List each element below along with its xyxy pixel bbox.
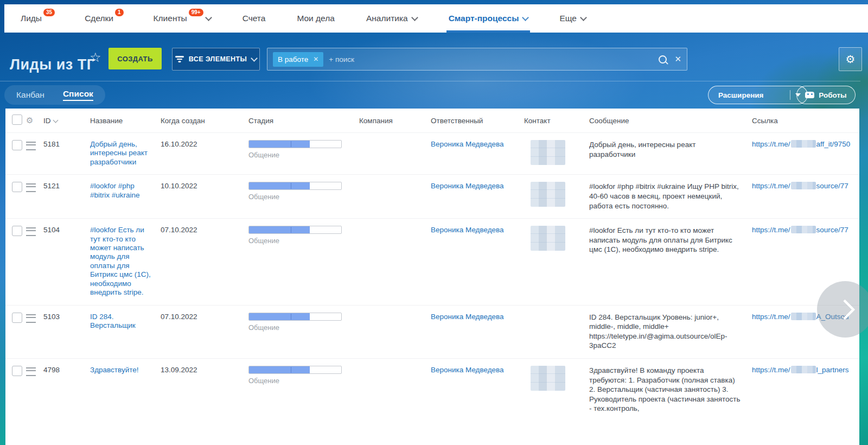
row-checkbox[interactable] (12, 182, 22, 192)
nav-item-deals[interactable]: Сделки 1 (85, 4, 122, 33)
nav-item-my-tasks[interactable]: Мои дела (297, 4, 335, 33)
column-header-responsible[interactable]: Ответственный (431, 117, 524, 125)
chevron-down-icon (522, 14, 529, 21)
nav-item-invoices[interactable]: Счета (242, 4, 266, 33)
column-header-company[interactable]: Компания (359, 117, 431, 125)
column-header-id[interactable]: ID (43, 117, 90, 125)
robots-button[interactable]: Роботы (796, 86, 856, 104)
column-header-contact[interactable]: Контакт (524, 117, 589, 125)
leads-badge: 35 (43, 9, 55, 16)
sort-chevron-icon (53, 117, 58, 123)
link-blur (791, 313, 816, 320)
row-id: 5181 (43, 140, 90, 148)
column-header-stage[interactable]: Стадия (248, 117, 359, 125)
row-checkbox[interactable] (12, 366, 22, 376)
nav-item-analytics[interactable]: Аналитика (366, 4, 417, 33)
row-id: 4798 (43, 366, 90, 374)
chevron-down-icon (580, 14, 587, 21)
row-name-link[interactable]: ID 284. Верстальщик (90, 313, 136, 329)
row-telegram-link[interactable]: https://t.me/source/77 (752, 182, 848, 190)
stage-bar-fill (249, 366, 310, 373)
row-responsible-link[interactable]: Вероника Медведева (431, 182, 504, 190)
link-blur (791, 182, 816, 189)
row-telegram-link[interactable]: https://t.me/aff_it/9750 (752, 140, 850, 148)
gear-icon: ⚙ (846, 53, 856, 66)
tab-kanban[interactable]: Канбан (16, 90, 44, 100)
row-name-link[interactable]: #lookfor #php #bitrix #ukraine (90, 182, 140, 199)
list-panel: ⚙ ID Название Когда создан Стадия Компан… (5, 109, 859, 445)
stage-progress-bar (248, 313, 342, 321)
stage-progress-bar (248, 366, 342, 374)
filter-chip-in-progress[interactable]: В работе ✕ (273, 52, 323, 67)
row-menu-icon[interactable] (26, 314, 36, 323)
row-menu-icon[interactable] (26, 142, 36, 150)
search-icon[interactable] (659, 55, 667, 63)
page-title: Лиды из ТГ (10, 56, 95, 73)
nav-item-leads[interactable]: Лиды 35 (21, 4, 53, 33)
stage-label: Общение (248, 377, 353, 385)
row-checkbox[interactable] (12, 313, 22, 323)
row-responsible-link[interactable]: Вероника Медведева (431, 313, 504, 321)
row-created-date: 07.10.2022 (161, 226, 248, 234)
row-responsible-link[interactable]: Вероника Медведева (431, 366, 504, 374)
row-checkbox[interactable] (12, 140, 22, 150)
settings-gear-button[interactable]: ⚙ (839, 47, 862, 71)
row-id: 5104 (43, 226, 90, 234)
row-checkbox[interactable] (12, 226, 22, 236)
contact-blur (531, 366, 565, 391)
row-id: 5121 (43, 182, 90, 190)
nav-item-smart-processes[interactable]: Смарт-процессы (449, 4, 528, 33)
extensions-button[interactable]: Расширения (708, 86, 808, 104)
row-name-link[interactable]: #lookfor Есть ли тут кто-то кто может на… (90, 226, 151, 296)
row-responsible-link[interactable]: Вероника Медведева (431, 140, 504, 148)
column-header-message[interactable]: Сообщение (589, 117, 752, 125)
row-telegram-link[interactable]: https://t.me/source/77 (752, 226, 848, 234)
table-body: 5181 Добрый день, интересны реакт разраб… (5, 132, 859, 421)
stage-label: Общение (248, 193, 353, 201)
select-all-checkbox[interactable] (12, 115, 22, 125)
stage-bar-fill (249, 141, 310, 148)
row-created-date: 13.09.2022 (161, 366, 248, 374)
table-row: 5181 Добрый день, интересны реакт разраб… (5, 132, 859, 174)
row-message: Добрый день, интересны реакт разработчик… (589, 140, 752, 159)
nav-item-more[interactable]: Еще (559, 4, 586, 33)
search-bar[interactable]: В работе ✕ + поиск ✕ (267, 48, 687, 71)
row-name-link[interactable]: Здравствуйте! (90, 366, 138, 374)
create-button[interactable]: СОЗДАТЬ (108, 48, 162, 69)
clients-badge: 99+ (189, 9, 203, 16)
row-menu-icon[interactable] (26, 367, 36, 376)
row-menu-icon[interactable] (26, 227, 36, 236)
stage-bar-fill (249, 182, 310, 189)
tab-list[interactable]: Список (63, 89, 93, 101)
search-input[interactable]: + поиск (329, 55, 659, 63)
chip-close-icon[interactable]: ✕ (313, 55, 318, 63)
all-elements-filter-button[interactable]: ВСЕ ЭЛЕМЕНТЫ (172, 48, 260, 71)
row-menu-icon[interactable] (26, 183, 36, 192)
column-header-name[interactable]: Название (90, 117, 161, 125)
contact-blur (531, 182, 565, 207)
stage-bar-fill (249, 226, 310, 233)
column-header-created[interactable]: Когда создан (161, 117, 248, 125)
stage-progress-bar (248, 182, 342, 190)
robot-icon (805, 92, 814, 98)
stage-label: Общение (248, 151, 353, 159)
chevron-down-icon (411, 14, 418, 21)
next-page-button[interactable] (817, 281, 868, 338)
deals-badge: 1 (115, 9, 124, 16)
main-nav: Лиды 35 Сделки 1 Клиенты 99+ Счета Мои д… (4, 4, 868, 33)
row-created-date: 10.10.2022 (161, 182, 248, 190)
row-message: ID 284. Верстальщик Уровень: junior+, mi… (589, 313, 752, 351)
row-responsible-link[interactable]: Вероника Медведева (431, 226, 504, 234)
row-created-date: 16.10.2022 (161, 140, 248, 148)
nav-item-clients[interactable]: Клиенты 99+ (154, 4, 211, 33)
chevron-down-icon (251, 55, 258, 62)
row-name-link[interactable]: Добрый день, интересны реакт разработчик… (90, 140, 148, 166)
contact-blur (531, 226, 565, 251)
table-row: 5103 ID 284. Верстальщик 07.10.2022 Обще… (5, 305, 859, 358)
link-blur (791, 140, 816, 148)
row-telegram-link[interactable]: https://t.me/l_partners (752, 366, 849, 374)
table-settings-gear-icon[interactable]: ⚙ (26, 116, 33, 125)
search-clear-icon[interactable]: ✕ (674, 54, 681, 64)
favorite-star-icon[interactable]: ☆ (90, 50, 101, 65)
column-header-link[interactable]: Ссылка (752, 117, 859, 125)
